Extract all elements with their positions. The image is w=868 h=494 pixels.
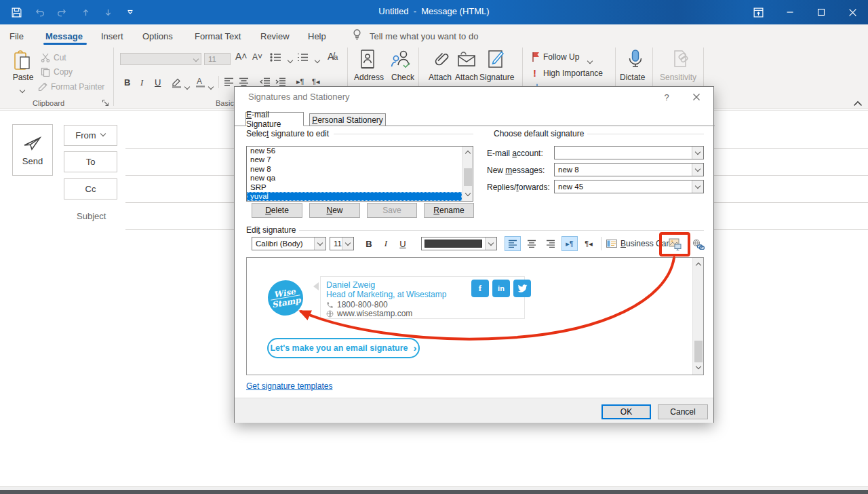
- decrease-indent-icon[interactable]: [260, 77, 271, 86]
- format-painter-button[interactable]: Format Painter: [51, 82, 104, 92]
- clipboard-dialog-launcher-icon[interactable]: [102, 99, 109, 107]
- highlight-dropdown-icon[interactable]: [184, 81, 190, 93]
- tab-options[interactable]: Options: [142, 28, 173, 44]
- dictate-button[interactable]: Dictate: [620, 73, 645, 82]
- replies-forwards-combo[interactable]: new 45: [554, 180, 704, 193]
- align-left-icon[interactable]: [224, 77, 234, 86]
- high-importance-icon[interactable]: !: [533, 67, 536, 79]
- to-button[interactable]: To: [64, 151, 117, 172]
- copy-icon[interactable]: [41, 67, 50, 77]
- rtl-paragraph-icon[interactable]: ¶◂: [312, 77, 319, 86]
- new-button[interactable]: New: [309, 203, 360, 218]
- ltr-direction-button[interactable]: ▸¶: [561, 236, 578, 251]
- format-painter-icon[interactable]: [38, 82, 48, 92]
- list-item-selected[interactable]: yuval: [247, 192, 462, 201]
- new-messages-combo[interactable]: new 8: [554, 163, 704, 176]
- follow-up-dropdown-icon[interactable]: [587, 55, 593, 67]
- tell-me-box[interactable]: Tell me what you want to do: [370, 28, 478, 44]
- signature-size-combo[interactable]: 11: [330, 237, 354, 250]
- scroll-down-icon[interactable]: [465, 191, 471, 197]
- clear-formatting-icon[interactable]: A̸a: [328, 51, 338, 62]
- scroll-down-icon[interactable]: [696, 364, 701, 370]
- paste-button[interactable]: Paste: [8, 73, 38, 82]
- scrollbar-thumb[interactable]: [464, 168, 472, 186]
- bullets-dropdown-icon[interactable]: [288, 54, 293, 66]
- qat-customize-icon[interactable]: [123, 6, 137, 18]
- save-icon[interactable]: [9, 6, 23, 18]
- attach-item-button[interactable]: Attach: [455, 73, 478, 82]
- edit-area-scrollbar[interactable]: [692, 258, 703, 375]
- previous-item-icon[interactable]: [79, 6, 92, 18]
- font-size-combo[interactable]: 11: [204, 53, 231, 65]
- from-button[interactable]: From: [64, 125, 117, 146]
- ltr-paragraph-icon[interactable]: ▸¶: [296, 77, 304, 86]
- font-name-combo[interactable]: [120, 53, 201, 65]
- minimize-icon[interactable]: [780, 4, 800, 20]
- cc-button[interactable]: Cc: [64, 178, 117, 200]
- attach-file-icon[interactable]: [431, 49, 449, 71]
- tab-format-text[interactable]: Format Text: [195, 28, 241, 44]
- signature-list[interactable]: new 56 new 7 new 8 new qa SRP yuval: [246, 146, 473, 202]
- dictate-icon[interactable]: [627, 49, 644, 71]
- paste-dropdown-icon[interactable]: [20, 84, 25, 96]
- highlight-color-icon[interactable]: [171, 77, 182, 88]
- font-color-icon[interactable]: A: [195, 77, 206, 88]
- signature-list-scrollbar[interactable]: [462, 147, 473, 201]
- sig-align-center-button[interactable]: [524, 236, 540, 251]
- paste-icon[interactable]: [12, 50, 33, 72]
- underline-button[interactable]: U: [155, 77, 161, 88]
- sig-italic-button[interactable]: I: [379, 237, 393, 250]
- shrink-font-icon[interactable]: A˅: [252, 52, 262, 62]
- scroll-up-icon[interactable]: [696, 261, 701, 267]
- combo-dropdown-icon[interactable]: [692, 164, 703, 176]
- list-item[interactable]: new 7: [247, 155, 473, 164]
- signature-font-combo[interactable]: Calibri (Body): [252, 237, 326, 250]
- high-importance-button[interactable]: High Importance: [543, 69, 603, 78]
- sig-underline-button[interactable]: U: [396, 237, 410, 250]
- check-names-icon[interactable]: [390, 49, 412, 71]
- tab-file[interactable]: File: [9, 28, 24, 44]
- signature-icon[interactable]: [486, 49, 506, 71]
- sig-align-left-button[interactable]: [505, 236, 521, 251]
- bullets-icon[interactable]: [270, 52, 285, 62]
- email-account-combo[interactable]: [554, 146, 704, 159]
- cut-icon[interactable]: [41, 53, 50, 62]
- italic-button[interactable]: I: [140, 77, 143, 88]
- list-item[interactable]: new qa: [247, 174, 473, 183]
- combo-dropdown-icon[interactable]: [314, 238, 326, 250]
- rtl-direction-button[interactable]: ¶◂: [580, 236, 597, 251]
- maximize-icon[interactable]: [811, 4, 831, 20]
- signature-button[interactable]: Signature: [479, 73, 514, 82]
- follow-up-button[interactable]: Follow Up: [543, 52, 579, 62]
- copy-button[interactable]: Copy: [54, 67, 73, 77]
- dialog-help-button[interactable]: ?: [656, 90, 677, 104]
- cancel-button[interactable]: Cancel: [658, 404, 708, 419]
- tab-email-signature[interactable]: E-mail Signature: [245, 112, 304, 126]
- ok-button[interactable]: OK: [601, 404, 651, 419]
- combo-dropdown-icon[interactable]: [692, 180, 703, 193]
- combo-dropdown-icon[interactable]: [342, 238, 353, 250]
- bold-button[interactable]: B: [124, 77, 130, 88]
- grow-font-icon[interactable]: A˄: [235, 51, 248, 62]
- combo-dropdown-icon[interactable]: [485, 238, 496, 250]
- undo-icon[interactable]: [33, 6, 46, 18]
- redo-icon[interactable]: [56, 6, 69, 18]
- scroll-up-icon[interactable]: [465, 149, 471, 155]
- cta-button[interactable]: Let's make you an email signature ›: [267, 338, 420, 358]
- tab-help[interactable]: Help: [308, 28, 326, 44]
- delete-button[interactable]: Delete: [252, 203, 302, 218]
- send-button[interactable]: Send: [12, 124, 53, 176]
- list-item[interactable]: SRP: [247, 183, 473, 192]
- combo-dropdown-icon[interactable]: [692, 147, 703, 159]
- tab-review[interactable]: Review: [260, 28, 290, 44]
- list-item[interactable]: new 56: [247, 147, 473, 155]
- sig-align-right-button[interactable]: [542, 236, 559, 251]
- close-icon[interactable]: [842, 4, 863, 20]
- numbering-dropdown-icon[interactable]: [315, 54, 320, 66]
- ribbon-display-options-icon[interactable]: [748, 4, 768, 20]
- address-book-icon[interactable]: [357, 49, 378, 71]
- tab-insert[interactable]: Insert: [101, 28, 123, 44]
- get-signature-templates-link[interactable]: Get signature templates: [246, 381, 332, 391]
- next-item-icon[interactable]: [101, 6, 115, 18]
- align-center-icon[interactable]: [239, 77, 249, 86]
